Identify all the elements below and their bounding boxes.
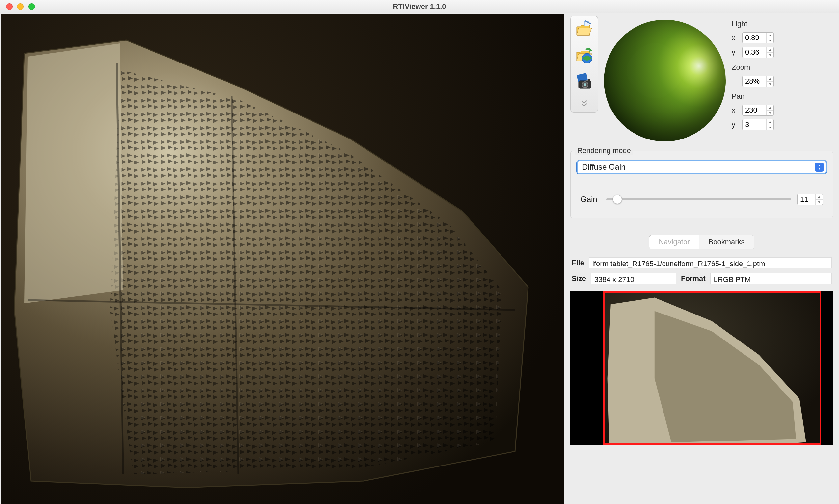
gain-row: Gain ▲ ▼	[577, 194, 827, 205]
zoom-row: ▲ ▼	[732, 76, 833, 87]
pan-x-input[interactable]	[742, 106, 766, 114]
pan-group-label: Pan	[732, 92, 833, 101]
navigator-tablet-icon	[570, 291, 833, 446]
step-down-icon[interactable]: ▼	[816, 200, 823, 205]
tab-bookmarks[interactable]: Bookmarks	[699, 235, 754, 249]
gain-spinner[interactable]: ▲ ▼	[797, 194, 823, 205]
content-area: Light x ▲ ▼ y	[0, 13, 839, 504]
zoom-button[interactable]	[28, 3, 35, 10]
light-y-row: y ▲ ▼	[732, 47, 833, 58]
file-label: File	[571, 258, 584, 267]
svg-marker-3	[24, 43, 123, 303]
step-up-icon[interactable]: ▲	[767, 120, 773, 125]
side-panel: Light x ▲ ▼ y	[564, 13, 839, 504]
step-down-icon[interactable]: ▼	[767, 38, 773, 43]
spinner-arrows: ▲ ▼	[766, 47, 773, 58]
size-format-row: Size 3384 x 2710 Format LRGB PTM	[571, 273, 832, 284]
file-info: File iform tablet_R1765-1/cuneiform_R176…	[570, 257, 833, 284]
pan-x-spinner[interactable]: ▲ ▼	[742, 105, 774, 116]
open-file-button[interactable]	[575, 19, 594, 38]
pan-x-label: x	[732, 106, 739, 114]
file-field: iform tablet_R1765-1/cuneiform_R1765-1_s…	[589, 257, 832, 268]
toolbar	[570, 16, 598, 112]
snapshot-button[interactable]	[575, 72, 594, 91]
light-y-spinner[interactable]: ▲ ▼	[742, 47, 774, 58]
close-button[interactable]	[6, 3, 13, 10]
tablet-render	[1, 14, 564, 504]
zoom-input[interactable]	[742, 77, 766, 86]
navigator-thumbnail[interactable]	[570, 291, 833, 446]
tab-segmented-control: Navigator Bookmarks	[649, 235, 754, 249]
step-up-icon[interactable]: ▲	[767, 47, 773, 53]
light-x-input[interactable]	[742, 34, 766, 42]
light-sphere-container	[604, 16, 726, 142]
top-controls-row: Light x ▲ ▼ y	[570, 16, 833, 142]
rti-viewport[interactable]	[1, 14, 564, 504]
step-up-icon[interactable]: ▲	[767, 76, 773, 82]
light-group-label: Light	[732, 20, 833, 28]
rendering-mode-value: Diffuse Gain	[582, 163, 815, 172]
step-down-icon[interactable]: ▼	[767, 82, 773, 87]
gain-input[interactable]	[798, 195, 815, 204]
step-down-icon[interactable]: ▼	[767, 125, 773, 130]
svg-point-11	[584, 83, 586, 86]
step-up-icon[interactable]: ▲	[816, 194, 823, 200]
light-direction-sphere[interactable]	[604, 20, 726, 142]
window-title: RTIViewer 1.1.0	[0, 2, 839, 11]
zoom-spinner[interactable]: ▲ ▼	[742, 76, 774, 87]
size-label: Size	[571, 274, 586, 283]
parameters-column: Light x ▲ ▼ y	[732, 16, 833, 130]
step-up-icon[interactable]: ▲	[767, 33, 773, 38]
spinner-arrows: ▲ ▼	[766, 76, 773, 87]
gain-slider[interactable]	[606, 198, 791, 200]
light-x-label: x	[732, 34, 739, 42]
app-window: RTIViewer 1.1.0	[0, 0, 839, 504]
snapshot-icon	[575, 73, 593, 90]
toolbar-expand-button[interactable]	[580, 100, 588, 108]
light-x-row: x ▲ ▼	[732, 32, 833, 43]
step-down-icon[interactable]: ▼	[767, 110, 773, 116]
step-up-icon[interactable]: ▲	[767, 105, 773, 110]
pan-y-row: y ▲ ▼	[732, 119, 833, 130]
light-y-label: y	[732, 48, 739, 57]
zoom-group-label: Zoom	[732, 63, 833, 72]
rendering-mode-select[interactable]: Diffuse Gain	[577, 160, 827, 174]
open-file-icon	[575, 20, 593, 38]
spinner-arrows: ▲ ▼	[766, 120, 773, 130]
format-label: Format	[681, 274, 706, 283]
pan-x-row: x ▲ ▼	[732, 105, 833, 116]
step-down-icon[interactable]: ▼	[767, 53, 773, 58]
rendering-mode-group: Rendering mode Diffuse Gain Gain ▲ ▼	[570, 151, 833, 218]
pan-y-label: y	[732, 121, 739, 129]
gain-label: Gain	[581, 195, 600, 204]
window-controls	[0, 3, 35, 10]
pan-y-input[interactable]	[742, 121, 766, 129]
light-x-spinner[interactable]: ▲ ▼	[742, 32, 774, 43]
gain-slider-thumb[interactable]	[613, 195, 622, 204]
file-row: File iform tablet_R1765-1/cuneiform_R176…	[571, 257, 832, 268]
svg-rect-12	[588, 79, 590, 81]
tab-navigator[interactable]: Navigator	[649, 235, 699, 249]
spinner-arrows: ▲ ▼	[766, 105, 773, 115]
spinner-arrows: ▲ ▼	[815, 194, 823, 205]
light-y-input[interactable]	[742, 48, 766, 57]
titlebar: RTIViewer 1.1.0	[0, 0, 839, 13]
chevron-double-down-icon	[581, 100, 587, 107]
open-remote-button[interactable]	[575, 46, 594, 65]
size-field: 3384 x 2710	[591, 273, 677, 284]
pan-y-spinner[interactable]: ▲ ▼	[742, 119, 774, 130]
tabs-row: Navigator Bookmarks	[570, 235, 833, 249]
rendering-mode-legend: Rendering mode	[575, 146, 633, 155]
spinner-arrows: ▲ ▼	[766, 33, 773, 43]
format-field: LRGB PTM	[710, 273, 832, 284]
dropdown-arrows-icon	[815, 163, 824, 172]
minimize-button[interactable]	[17, 3, 24, 10]
open-remote-icon	[575, 47, 593, 64]
